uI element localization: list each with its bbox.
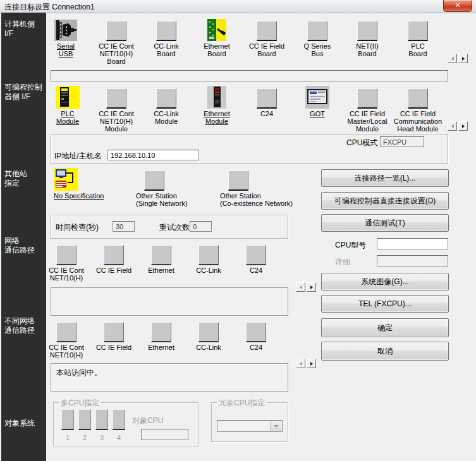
ethernet-route-icon bbox=[151, 322, 171, 342]
other-station-item-no-specification[interactable]: No Specification bbox=[54, 167, 130, 200]
arrow-left-icon bbox=[300, 362, 302, 366]
cc-ie-field-head-icon bbox=[408, 88, 428, 109]
scroll-right-button[interactable] bbox=[307, 282, 316, 292]
sidebar: 计算机侧 I/F 可编程控制 器侧 I/F 其他站 指定 网络 通信路径 不同网… bbox=[1, 13, 46, 461]
comm-test-button[interactable]: 通信测试(T) bbox=[321, 214, 449, 232]
cc-link-module-icon bbox=[156, 88, 176, 109]
pc-if-item-cc-ie-field-board[interactable]: CC IE Field Board bbox=[241, 18, 292, 57]
sidebar-label-different-network-route: 不同网络 通信路径 bbox=[4, 316, 35, 335]
plc-if-item-label: CC-Link Module bbox=[141, 110, 192, 125]
connection-list-button[interactable]: 连接路径一览(L)... bbox=[321, 169, 449, 187]
scroll-left-button[interactable] bbox=[296, 359, 305, 368]
pc-if-item-cc-ie-cont-board[interactable]: CC IE Cont NET/10(H) Board bbox=[91, 18, 142, 65]
pc-if-item-cc-link-board[interactable]: CC-Link Board bbox=[141, 18, 192, 57]
other-station-item-coexistence-network[interactable]: Other Station (Co-existence Network) bbox=[220, 168, 308, 207]
network-route-item-label: CC IE Field bbox=[89, 266, 138, 274]
other-station-coexistence-icon bbox=[228, 171, 248, 191]
other-station-item-single-network[interactable]: Other Station (Single Network) bbox=[136, 168, 212, 207]
no-specification-icon bbox=[54, 168, 78, 191]
diff-network-item-label: Ethernet bbox=[137, 344, 186, 351]
cc-link-route-icon bbox=[198, 322, 219, 342]
network-route-scroll bbox=[296, 282, 316, 292]
system-image-button[interactable]: 系统图像(G)... bbox=[321, 273, 449, 290]
plc-if-item-got[interactable]: GOT bbox=[292, 85, 343, 117]
diff-network-item-cc-link[interactable]: CC-Link bbox=[184, 321, 233, 351]
sidebar-label-network-route: 网络 通信路径 bbox=[4, 236, 35, 255]
network-route-item-cc-link[interactable]: CC-Link bbox=[184, 244, 233, 274]
diff-network-item-cc-ie-cont[interactable]: CC IE Cont NET/10(H) bbox=[42, 321, 91, 359]
sidebar-label-plc-if: 可编程控制 器侧 I/F bbox=[4, 83, 42, 102]
other-station-single-icon bbox=[144, 171, 164, 191]
pc-if-scroll bbox=[448, 54, 468, 63]
title-bar: 连接目标设置 Connection1 ✕ bbox=[0, 0, 476, 13]
plc-if-item-cc-link-module[interactable]: CC-Link Module bbox=[141, 85, 192, 125]
multi-cpu-groupbox: 多CPU指定 1 2 3 4 对象CPU bbox=[53, 402, 198, 446]
c24-route-icon bbox=[246, 245, 266, 265]
pc-if-item-serial-usb[interactable]: Serial USB bbox=[40, 18, 91, 57]
plc-if-item-ethernet-module[interactable]: Ethernet Module bbox=[192, 85, 242, 125]
cpu-type-field[interactable] bbox=[377, 238, 448, 249]
pc-if-item-label: PLC Board bbox=[393, 42, 443, 57]
redundant-cpu-groupbox: 冗余CPU指定 bbox=[211, 402, 288, 442]
plc-if-item-cc-ie-cont-module[interactable]: CC IE Cont NET/10(H) Module bbox=[91, 85, 142, 133]
plc-if-item-plc-module[interactable]: PLC Module bbox=[42, 85, 93, 125]
tel-button[interactable]: TEL (FXCPU)... bbox=[321, 295, 449, 313]
scroll-right-button[interactable] bbox=[458, 54, 468, 63]
diff-network-item-cc-ie-field[interactable]: CC IE Field bbox=[89, 321, 138, 351]
plc-if-item-cc-ie-field-head[interactable]: CC IE Field Communication Head Module bbox=[393, 85, 443, 133]
plc-if-item-c24[interactable]: C24 bbox=[241, 85, 292, 117]
network-route-item-cc-ie-cont[interactable]: CC IE Cont NET/10(H) bbox=[42, 244, 91, 282]
direct-connection-button[interactable]: 可编程控制器直接连接设置(D) bbox=[321, 192, 449, 210]
pc-if-item-label: CC IE Field Board bbox=[241, 42, 292, 57]
diff-network-item-ethernet[interactable]: Ethernet bbox=[137, 321, 186, 351]
diff-network-item-label: CC-Link bbox=[184, 344, 233, 351]
pc-if-item-label: CC IE Cont NET/10(H) Board bbox=[91, 42, 142, 65]
network-route-item-label: CC-Link bbox=[184, 266, 233, 274]
connection-list-label: 连接路径一览(L)... bbox=[355, 173, 416, 184]
plc-if-item-label: GOT bbox=[292, 110, 343, 117]
cc-ie-field-board-icon bbox=[257, 21, 277, 41]
plc-if-item-label: CC IE Field Communication Head Module bbox=[393, 110, 443, 133]
plc-module-icon bbox=[56, 86, 80, 109]
cpu-slot-4 bbox=[113, 409, 125, 430]
diff-network-item-c24[interactable]: C24 bbox=[231, 321, 281, 351]
ip-hostname-field[interactable] bbox=[107, 150, 199, 160]
plc-if-item-cc-ie-field-master-local[interactable]: CC IE Field Master/Local Module bbox=[342, 85, 393, 133]
pc-if-item-net2-board[interactable]: NET(II) Board bbox=[342, 18, 393, 57]
window-title: 连接目标设置 Connection1 bbox=[4, 2, 95, 13]
network-route-item-ethernet[interactable]: Ethernet bbox=[137, 244, 186, 274]
network-route-item-c24[interactable]: C24 bbox=[231, 244, 281, 274]
cc-ie-cont-route-icon bbox=[56, 322, 76, 342]
cc-ie-field-master-local-icon bbox=[357, 88, 377, 109]
ok-button[interactable]: 确定 bbox=[321, 318, 449, 337]
scroll-left-button[interactable] bbox=[448, 121, 457, 131]
scroll-left-button[interactable] bbox=[296, 282, 305, 292]
network-route-item-label: Ethernet bbox=[137, 266, 186, 274]
q-series-bus-icon bbox=[307, 21, 327, 41]
cpu-mode-field[interactable] bbox=[380, 136, 424, 147]
other-station-item-label: Other Station (Single Network) bbox=[136, 192, 212, 207]
scroll-right-button[interactable] bbox=[458, 121, 468, 131]
dropdown-button bbox=[271, 421, 281, 431]
target-cpu-label: 对象CPU bbox=[132, 416, 163, 426]
cancel-button[interactable]: 取消 bbox=[321, 342, 449, 361]
diff-network-item-label: CC IE Field bbox=[89, 344, 138, 351]
network-route-detail-box bbox=[51, 287, 288, 316]
pc-if-item-plc-board[interactable]: PLC Board bbox=[393, 18, 443, 57]
scroll-right-button[interactable] bbox=[307, 359, 316, 368]
cc-ie-cont-module-icon bbox=[106, 88, 126, 109]
scroll-left-button[interactable] bbox=[448, 54, 457, 63]
other-station-item-label: No Specification bbox=[54, 192, 130, 200]
cpu-slot-2 bbox=[78, 409, 91, 430]
ip-hostname-label: IP地址/主机名 bbox=[54, 151, 102, 162]
target-cpu-field bbox=[141, 429, 188, 440]
pc-if-item-q-series-bus[interactable]: Q Series Bus bbox=[292, 18, 343, 57]
arrow-right-icon bbox=[310, 362, 313, 366]
system-image-label: 系统图像(G)... bbox=[361, 277, 408, 287]
cc-ie-field-route-icon bbox=[104, 245, 124, 265]
close-button[interactable]: ✕ bbox=[443, 0, 472, 12]
retry-count-field[interactable] bbox=[190, 221, 212, 232]
time-check-field[interactable] bbox=[113, 221, 135, 232]
pc-if-item-ethernet-board[interactable]: Ethernet Board bbox=[192, 18, 242, 57]
network-route-item-cc-ie-field[interactable]: CC IE Field bbox=[89, 244, 138, 274]
